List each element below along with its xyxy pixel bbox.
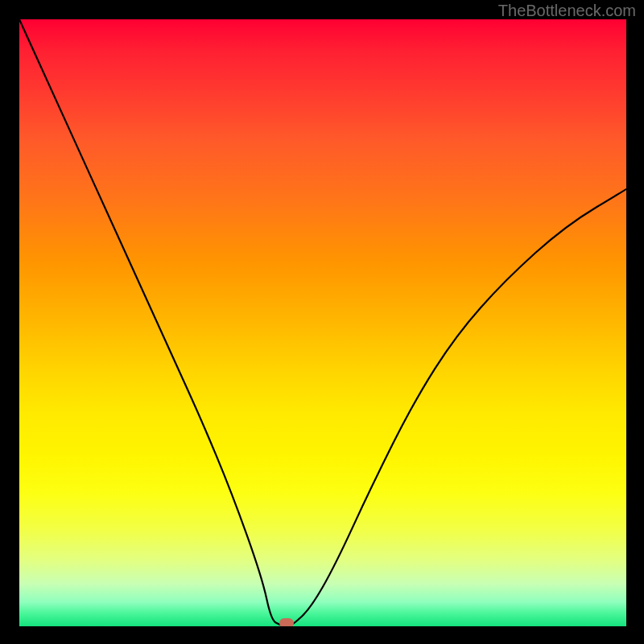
chart-curve-layer [19,19,626,626]
watermark-text: TheBottleneck.com [498,2,636,20]
optimal-point-marker [279,618,294,626]
bottleneck-curve-path [19,19,626,626]
chart-plot-area [19,19,626,626]
